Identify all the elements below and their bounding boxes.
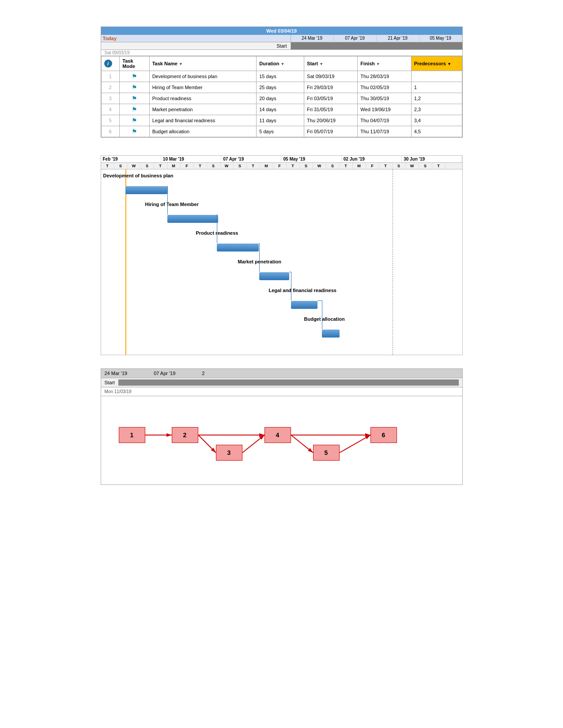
table-row: 4 ⚑ Market penetration 14 days Fri 31/05… xyxy=(101,104,462,115)
section3-container: 24 Mar '19 07 Apr '19 2 Start Mon 11/03/… xyxy=(101,368,463,485)
gantt-months-row: Feb '19 10 Mar '19 07 Apr '19 05 May '19… xyxy=(101,156,462,163)
month-apr: 07 Apr '19 xyxy=(221,156,281,162)
network-node-1: 1 xyxy=(119,427,145,443)
row-mode: ⚑ xyxy=(120,126,149,137)
day-cell: S xyxy=(114,163,128,169)
month-feb: Feb '19 xyxy=(101,156,161,162)
month-mar: 10 Mar '19 xyxy=(161,156,221,162)
row-pred: 1 xyxy=(411,82,462,93)
day-cell: T xyxy=(287,163,300,169)
gantt-bar xyxy=(259,272,289,280)
month-jun2: 30 Jun '19 xyxy=(402,156,462,162)
network-mon-label: Mon 11/03/19 xyxy=(101,387,462,396)
gantt-connector-v xyxy=(291,272,292,300)
gantt-connector-v xyxy=(322,300,323,329)
network-start-label: Start xyxy=(105,380,115,385)
day-cell: S xyxy=(326,163,340,169)
day-cell: T xyxy=(154,163,167,169)
row-name: Legal and financial readiness xyxy=(149,115,257,126)
row-start: Sat 09/03/19 xyxy=(304,71,358,82)
month-may: 05 May '19 xyxy=(281,156,341,162)
day-cell: S xyxy=(234,163,247,169)
row-mode: ⚑ xyxy=(120,82,149,93)
day-cell: M xyxy=(353,163,366,169)
gantt-connector xyxy=(317,300,322,301)
start-label: Start xyxy=(101,42,291,49)
gantt-date-2: 07 Apr '19 xyxy=(334,35,377,42)
gantt-connector-v xyxy=(167,186,168,214)
row-start: Fri 03/05/19 xyxy=(304,93,358,104)
day-cell: M xyxy=(260,163,273,169)
row-finish: Thu 02/05/19 xyxy=(358,82,411,93)
end-line xyxy=(393,169,393,355)
task-mode-icon: ⚑ xyxy=(132,128,137,135)
row-name: Market penetration xyxy=(149,104,257,115)
col-info: i xyxy=(101,56,120,71)
day-cell: S xyxy=(393,163,406,169)
info-icon: i xyxy=(104,60,112,68)
network-node-5: 5 xyxy=(313,445,340,461)
gantt-task-label: Legal and financial readiness xyxy=(269,288,336,293)
day-cell: T xyxy=(194,163,207,169)
row-name: Development of business plan xyxy=(149,71,257,82)
svg-line-4 xyxy=(242,435,264,453)
day-cell: W xyxy=(313,163,326,169)
row-index: 6 xyxy=(101,126,120,137)
row-duration: 14 days xyxy=(257,104,304,115)
start-row: Start xyxy=(101,42,462,50)
row-duration: 11 days xyxy=(257,115,304,126)
network-node-4: 4 xyxy=(264,427,291,443)
row-index: 3 xyxy=(101,93,120,104)
row-pred: 3,4 xyxy=(411,115,462,126)
gantt-date-1: 24 Mar '19 xyxy=(291,35,334,42)
table-row: 5 ⚑ Legal and financial readiness 11 day… xyxy=(101,115,462,126)
gantt-task-label: Budget allocation xyxy=(304,316,345,322)
row-pred: 2,3 xyxy=(411,104,462,115)
section2-container: Feb '19 10 Mar '19 07 Apr '19 05 May '19… xyxy=(101,155,463,355)
row-finish: Thu 28/03/19 xyxy=(358,71,411,82)
col-predecessors: Predecessors ▼ xyxy=(411,56,462,71)
network-header-date2: 07 Apr '19 xyxy=(154,371,175,376)
gantt-connector-v xyxy=(217,214,218,243)
col-mode: TaskMode xyxy=(120,56,149,71)
svg-line-2 xyxy=(198,435,216,453)
svg-line-5 xyxy=(291,435,313,453)
gantt-bar xyxy=(125,186,167,194)
row-duration: 5 days xyxy=(257,126,304,137)
task-mode-icon: ⚑ xyxy=(132,73,137,80)
day-cell: S xyxy=(207,163,220,169)
network-node-3: 3 xyxy=(216,445,242,461)
start-bar xyxy=(291,42,462,49)
gantt-bar xyxy=(322,330,340,338)
network-body: 123456 xyxy=(101,396,462,484)
row-start: Fri 05/07/19 xyxy=(304,126,358,137)
gantt-connector-v xyxy=(259,243,260,272)
day-cell: S xyxy=(300,163,313,169)
row-mode: ⚑ xyxy=(120,71,149,82)
gantt-chart: Feb '19 10 Mar '19 07 Apr '19 05 May '19… xyxy=(101,155,463,355)
table-row: 1 ⚑ Development of business plan 15 days… xyxy=(101,71,462,82)
day-cell: F xyxy=(181,163,194,169)
task-table: i TaskMode Task Name ▼ Duration ▼ Start … xyxy=(101,56,462,137)
row-index: 4 xyxy=(101,104,120,115)
gantt-timeline-left: Today xyxy=(101,35,291,42)
row-index: 2 xyxy=(101,82,120,93)
row-duration: 25 days xyxy=(257,82,304,93)
row-finish: Thu 04/07/19 xyxy=(358,115,411,126)
network-node-6: 6 xyxy=(370,427,397,443)
row-mode: ⚑ xyxy=(120,104,149,115)
day-cell: F xyxy=(366,163,379,169)
day-cell: T xyxy=(379,163,393,169)
network-header: 24 Mar '19 07 Apr '19 2 xyxy=(101,369,462,378)
day-cell: W xyxy=(128,163,141,169)
gantt-timeline-dates: 24 Mar '19 07 Apr '19 21 Apr '19 05 May … xyxy=(291,35,462,42)
col-name: Task Name ▼ xyxy=(149,56,257,71)
row-finish: Thu 30/05/19 xyxy=(358,93,411,104)
gantt-task-label: Hiring of Team Member xyxy=(145,202,199,207)
row-pred: 4,5 xyxy=(411,126,462,137)
day-cell: W xyxy=(406,163,419,169)
section1-container: Wed 03/04/19 Today 24 Mar '19 07 Apr '19… xyxy=(101,26,463,138)
network-header-date1: 24 Mar '19 xyxy=(105,371,128,376)
network-start-bar xyxy=(118,379,459,386)
row-start: Fri 29/03/19 xyxy=(304,82,358,93)
